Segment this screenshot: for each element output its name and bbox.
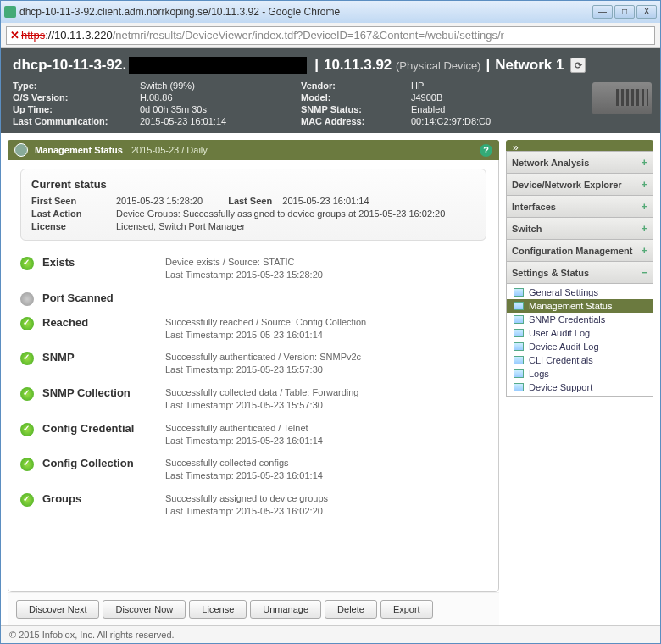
status-name: Groups [42, 492, 165, 505]
check-icon [20, 423, 34, 436]
sidebar-item-label: Device Audit Log [529, 341, 599, 352]
empty-icon [20, 292, 34, 306]
os-val: H.08.86 [140, 92, 292, 103]
sidebar-item[interactable]: User Audit Log [507, 326, 653, 340]
maximize-button[interactable]: □ [614, 5, 635, 19]
list-icon [514, 288, 524, 297]
favicon-icon [4, 6, 16, 18]
license-key: License [31, 221, 108, 231]
status-row: GroupsSuccessfully assigned to device gr… [20, 487, 486, 523]
lastcomm-key: Last Communication: [13, 116, 131, 126]
status-row: Config CredentialSuccessfully authentica… [20, 417, 486, 452]
lastaction-val: Device Groups: Successfully assigned to … [116, 208, 475, 219]
status-name: Reached [42, 316, 165, 329]
sidebar-item-label: General Settings [529, 287, 598, 297]
check-icon [20, 387, 34, 401]
status-name: SNMP Collection [42, 386, 165, 399]
sidebar-section[interactable]: Device/Network Explorer+ [506, 173, 653, 196]
sidebar-item[interactable]: CLI Credentials [507, 353, 653, 367]
sidebar-item[interactable]: Logs [507, 367, 653, 380]
sidebar-item-label: CLI Credentials [529, 355, 593, 365]
current-status-heading: Current status [31, 178, 475, 191]
vendor-key: Vendor: [301, 80, 403, 91]
model-val: J4900B [411, 92, 580, 103]
check-icon [20, 317, 34, 330]
list-icon [514, 383, 524, 391]
sidebar-section[interactable]: Network Analysis+ [506, 151, 653, 174]
sidebar-item[interactable]: Management Status [507, 299, 653, 313]
delete-button[interactable]: Delete [325, 600, 377, 619]
uptime-val: 0d 00h 35m 30s [140, 104, 292, 114]
help-button[interactable]: ? [480, 144, 492, 157]
unmanage-button[interactable]: Unmanage [250, 600, 321, 619]
sidebar-section[interactable]: Configuration Management+ [506, 239, 653, 262]
status-name: Config Collection [42, 457, 165, 469]
panel-title: Management Status [35, 145, 123, 155]
sidebar-item[interactable]: Device Support [507, 380, 653, 394]
list-icon [514, 342, 524, 351]
status-name: Port Scanned [42, 291, 165, 304]
window-titlebar: dhcp-10-11-3-92.client.adm.norrkoping.se… [1, 1, 660, 23]
check-icon [20, 458, 34, 471]
type-val: Switch (99%) [140, 80, 292, 91]
status-desc: Successfully collected data / Table: For… [165, 386, 358, 412]
insecure-icon: ✕ [10, 29, 19, 42]
sidebar-section[interactable]: Switch+ [506, 217, 653, 240]
check-icon [20, 257, 34, 270]
lastseen-key: Last Seen [228, 196, 272, 206]
status-row: Port Scanned [20, 286, 486, 311]
window-title: dhcp-10-11-3-92.client.adm.norrkoping.se… [19, 6, 592, 18]
list-icon [514, 315, 524, 324]
status-desc: Successfully collected configsLast Times… [165, 457, 323, 482]
device-icon [592, 82, 652, 114]
firstseen-key: First Seen [31, 196, 108, 206]
status-row: Config CollectionSuccessfully collected … [20, 452, 486, 487]
lastaction-key: Last Action [31, 208, 108, 219]
list-icon [514, 329, 524, 337]
plus-icon: + [641, 178, 647, 191]
sidebar-section[interactable]: Interfaces+ [506, 195, 653, 218]
list-icon [514, 369, 524, 378]
close-button[interactable]: X [636, 5, 657, 19]
panel-date: 2015-05-23 / Daily [131, 145, 208, 155]
uptime-key: Up Time: [13, 104, 131, 114]
status-name: Config Credential [42, 422, 165, 435]
status-row: SNMP CollectionSuccessfully collected da… [20, 381, 486, 417]
snmp-key: SNMP Status: [301, 104, 403, 114]
sidebar-item[interactable]: Device Audit Log [507, 340, 653, 353]
plus-icon: + [641, 200, 647, 213]
sidebar-item-label: User Audit Log [529, 328, 590, 338]
sidebar-item-label: Device Support [529, 382, 592, 392]
check-icon [20, 493, 34, 507]
minus-icon: − [641, 266, 647, 279]
sidebar-item[interactable]: SNMP Credentials [507, 313, 653, 326]
status-desc: Successfully reached / Source: Config Co… [165, 316, 366, 341]
discover-next-button[interactable]: Discover Next [16, 600, 99, 619]
refresh-button[interactable]: ⟳ [570, 58, 586, 73]
device-header: dhcp-10-11-3-92. | 10.11.3.92 (Physical … [1, 48, 660, 133]
vendor-val: HP [411, 80, 580, 91]
snmp-val: Enabled [411, 104, 580, 114]
license-button[interactable]: License [189, 600, 247, 619]
sidebar-item[interactable]: General Settings [507, 286, 653, 299]
list-icon [514, 302, 524, 310]
plus-icon: + [641, 222, 647, 235]
mac-val: 00:14:C2:97:D8:C0 [411, 116, 580, 126]
status-desc: Device exists / Source: STATICLast Times… [165, 256, 323, 281]
sidebar-header: » [506, 140, 653, 152]
url-path: /netmri/results/DeviceViewer/index.tdf?D… [113, 29, 504, 42]
export-button[interactable]: Export [380, 600, 433, 619]
mac-key: MAC Address: [301, 116, 403, 126]
sidebar-section[interactable]: Settings & Status− [506, 261, 653, 284]
device-physical: (Physical Device) [396, 59, 480, 72]
url-input[interactable]: ✕ https ://10.11.3.220 /netmri/results/D… [6, 26, 655, 45]
sidebar-item-label: Management Status [529, 301, 612, 311]
firstseen-val: 2015-05-23 15:28:20 [116, 196, 203, 206]
current-status-box: Current status First Seen 2015-05-23 15:… [20, 169, 486, 241]
device-ip: 10.11.3.92 [324, 57, 392, 74]
license-val: Licensed, Switch Port Manager [116, 221, 475, 231]
status-name: Exists [42, 256, 165, 269]
url-domain: ://10.11.3.220 [45, 29, 113, 42]
discover-now-button[interactable]: Discover Now [103, 600, 186, 619]
minimize-button[interactable]: — [592, 5, 613, 19]
